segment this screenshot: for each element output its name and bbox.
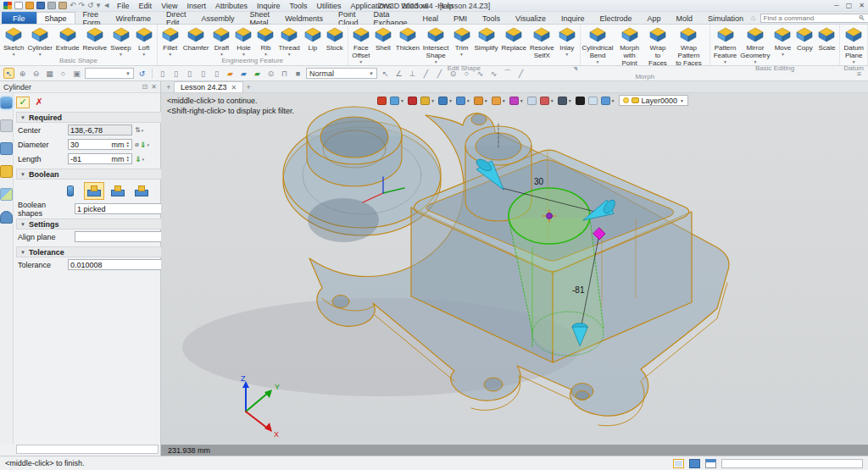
- draft-button[interactable]: Draft▼: [210, 25, 232, 57]
- folder-green-icon[interactable]: ▰: [252, 68, 263, 79]
- app-logo-icon[interactable]: [3, 2, 12, 9]
- ribbon-tab-inquire[interactable]: Inquire: [554, 12, 593, 24]
- input-option-caret[interactable]: ▾: [147, 142, 149, 147]
- tolerance-field[interactable]: [68, 259, 172, 270]
- panel-prompt-field[interactable]: [16, 445, 159, 454]
- entity-info-toggle-icon[interactable]: [673, 459, 684, 468]
- profile-icon[interactable]: [0, 211, 13, 224]
- sketch-pin-icon[interactable]: [0, 119, 13, 132]
- move-button[interactable]: Move▼: [771, 25, 793, 57]
- face-filter-icon[interactable]: ▯: [184, 68, 195, 79]
- cancel-button[interactable]: ✗: [32, 97, 46, 108]
- grid-icon[interactable]: ▦: [44, 68, 55, 79]
- command-search-input[interactable]: [764, 14, 859, 22]
- cylinder-tool-icon[interactable]: [0, 97, 13, 109]
- menu-view[interactable]: View: [161, 2, 177, 10]
- menu-edit[interactable]: Edit: [139, 2, 153, 10]
- add-entity-icon[interactable]: ⊕: [17, 68, 28, 79]
- loft-button[interactable]: Loft▼: [133, 25, 155, 57]
- component-filter-icon[interactable]: ▯: [211, 68, 222, 79]
- datum-plane-button[interactable]: Datum Plane▼: [842, 25, 865, 64]
- diameter-field[interactable]: mm ▲▼: [68, 139, 132, 150]
- center-field[interactable]: [68, 124, 132, 135]
- menu-help[interactable]: Help: [437, 2, 453, 10]
- image-icon[interactable]: [0, 188, 13, 201]
- tab-close-icon[interactable]: ✕: [231, 84, 237, 91]
- qat-dropdown-icon[interactable]: ▾: [97, 2, 101, 9]
- dim-30-label[interactable]: 30: [534, 177, 544, 186]
- restore-button[interactable]: ▢: [846, 2, 853, 9]
- ribbon-tab-weldments[interactable]: Weldments: [277, 12, 331, 24]
- chamfer-button[interactable]: Chamfer: [181, 25, 211, 57]
- print-icon[interactable]: [47, 2, 56, 9]
- ribbon-tab-simulation[interactable]: Simulation: [700, 12, 751, 24]
- filter-combo[interactable]: ▼: [85, 68, 134, 79]
- sketch-button[interactable]: Sketch▼: [2, 25, 25, 57]
- panel-close-icon[interactable]: ✕: [151, 83, 157, 91]
- regen-icon[interactable]: ↺: [136, 68, 147, 79]
- fillet-button[interactable]: Fillet▼: [159, 25, 181, 57]
- diameter-spinner[interactable]: ▲▼: [125, 141, 130, 148]
- diameter-input[interactable]: [70, 141, 111, 149]
- ribbon-tab-point-cloud[interactable]: Point Cloud: [331, 12, 366, 24]
- quick-input-icon[interactable]: ⇓: [135, 155, 142, 163]
- menu-insert[interactable]: Insert: [186, 2, 206, 10]
- constraint-icon[interactable]: [0, 142, 13, 155]
- ribbon-tab-file[interactable]: File: [2, 12, 36, 24]
- tolerance-input[interactable]: [70, 261, 170, 269]
- qat-flag-icon[interactable]: ◄: [103, 2, 110, 9]
- ribbon-tab-shape[interactable]: Shape: [36, 12, 75, 24]
- close-button[interactable]: ✕: [859, 2, 865, 9]
- ribbon-tab-data-exchange[interactable]: Data Exchange: [366, 12, 415, 24]
- copy-button[interactable]: Copy: [793, 25, 815, 57]
- mirror-geometry-button[interactable]: Mirror Geometry▼: [738, 25, 771, 64]
- print2-icon[interactable]: [58, 2, 67, 9]
- menu-tools[interactable]: Tools: [290, 2, 308, 10]
- document-tab-active[interactable]: Lesson 24.Z3 ✕: [174, 81, 243, 92]
- folder-yellow-icon[interactable]: ▰: [225, 68, 236, 79]
- redo-icon[interactable]: ↷: [79, 2, 86, 9]
- rib-button[interactable]: Rib▼: [254, 25, 276, 57]
- ribbon-tab-assembly[interactable]: Assembly: [194, 12, 242, 24]
- history-icon[interactable]: ⊙: [265, 68, 276, 79]
- ribbon-tab-mold[interactable]: Mold: [669, 12, 701, 24]
- lip-button[interactable]: Lip: [302, 25, 324, 57]
- trim-button[interactable]: Trim▼: [451, 25, 473, 57]
- length-field[interactable]: mm ▲▼: [68, 153, 132, 164]
- resolve-selfx-button[interactable]: Resolve SelfX: [528, 25, 556, 64]
- minimize-button[interactable]: ─: [834, 2, 839, 9]
- panel-float-icon[interactable]: ⊡: [142, 83, 148, 91]
- boolean-remove-button[interactable]: [108, 182, 128, 200]
- dialog-launcher-icon[interactable]: ◥: [573, 65, 577, 71]
- ribbon-tab-electrode[interactable]: Electrode: [592, 12, 639, 24]
- ribbon-tab-app[interactable]: App: [640, 12, 669, 24]
- new-tab-button[interactable]: +: [243, 81, 253, 92]
- menu-inquire[interactable]: Inquire: [257, 2, 281, 10]
- hole-button[interactable]: Hole▼: [232, 25, 254, 57]
- intersect-shape-button[interactable]: Intersect Shape▼: [421, 25, 451, 64]
- ribbon-tab-direct-edit[interactable]: Direct Edit: [159, 12, 194, 24]
- menu-window[interactable]: Window: [401, 2, 428, 10]
- inlay-button[interactable]: Inlay▼: [556, 25, 578, 57]
- curve-filter-icon[interactable]: ▯: [170, 68, 181, 79]
- face-offset-button[interactable]: Face Offset▼: [350, 25, 372, 64]
- graphics-viewport[interactable]: <middle-click> to continue. <Shift-right…: [161, 93, 868, 445]
- dim-81-label[interactable]: -81: [572, 285, 585, 295]
- menu-applications[interactable]: Applications: [351, 2, 392, 10]
- cylindrical-bend-button[interactable]: Cylindrical Bend▼: [582, 25, 613, 64]
- pick-point-icon[interactable]: ▾: [142, 128, 144, 133]
- replace-button[interactable]: Replace: [500, 25, 528, 57]
- tab-pin-icon[interactable]: +: [164, 81, 174, 92]
- ribbon-tab-tools[interactable]: Tools: [475, 12, 508, 24]
- ribbon-tab-wireframe[interactable]: Wireframe: [108, 12, 159, 24]
- home-icon[interactable]: ⌂: [751, 14, 755, 22]
- extrude-button[interactable]: Extrude: [54, 25, 81, 57]
- length-input[interactable]: [70, 155, 111, 163]
- boolean-base-button[interactable]: [60, 182, 81, 200]
- scale-button[interactable]: Scale: [815, 25, 837, 57]
- pick-arrow-icon[interactable]: ↖: [3, 68, 14, 79]
- circle-tool-icon[interactable]: ○: [58, 68, 69, 79]
- window-toggle-icon[interactable]: [705, 459, 716, 468]
- center-input[interactable]: [70, 126, 130, 135]
- simplify-button[interactable]: Simplify: [473, 25, 500, 57]
